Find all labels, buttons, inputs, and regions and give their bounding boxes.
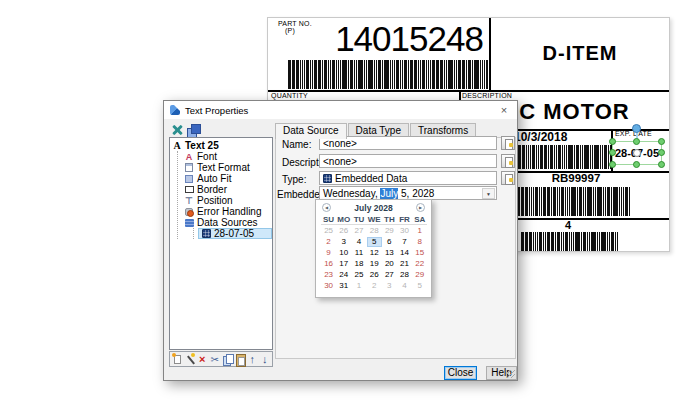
- count-barcode[interactable]: [521, 232, 618, 251]
- tree-item-data-sources[interactable]: Data Sources: [184, 217, 272, 228]
- expand-tree-icon[interactable]: [171, 124, 183, 136]
- tree-item-error-handling[interactable]: Error Handling: [184, 206, 272, 217]
- tree-item-data-source-28-07-05[interactable]: 28-07-05: [198, 228, 272, 239]
- calendar-day[interactable]: 4: [351, 237, 366, 247]
- resize-handle[interactable]: [633, 138, 640, 145]
- serial-text-object[interactable]: RB99997: [518, 172, 634, 184]
- description-input[interactable]: <none>: [319, 154, 497, 168]
- calendar-day[interactable]: 29: [382, 226, 397, 236]
- part-no-barcode[interactable]: [288, 60, 488, 89]
- calendar-day[interactable]: 26: [336, 226, 351, 236]
- wizard-button[interactable]: [185, 353, 196, 366]
- calendar-day[interactable]: 1: [412, 226, 427, 236]
- calendar-day[interactable]: 20: [382, 259, 397, 269]
- calendar-day-header: TU: [351, 215, 366, 225]
- embedded-data-combobox[interactable]: Wednesday, July 5, 2028 ▼: [319, 186, 497, 200]
- calendar-day[interactable]: 5: [367, 237, 382, 247]
- calendar-day[interactable]: 16: [321, 259, 336, 269]
- dialog-title-bar[interactable]: Text Properties ×: [164, 101, 517, 119]
- chevron-down-icon[interactable]: ▼: [482, 188, 495, 199]
- calendar-day[interactable]: 17: [336, 259, 351, 269]
- calendar-day[interactable]: 30: [397, 226, 412, 236]
- calendar-day[interactable]: 29: [412, 270, 427, 280]
- close-icon[interactable]: ×: [497, 103, 511, 117]
- type-options-button[interactable]: [501, 171, 515, 185]
- calendar-day[interactable]: 28: [397, 270, 412, 280]
- part-no-text-object[interactable]: 14015248: [328, 19, 490, 59]
- calendar-day[interactable]: 30: [321, 281, 336, 291]
- resize-handle[interactable]: [658, 161, 665, 168]
- calendar-day[interactable]: 4: [397, 281, 412, 291]
- tree-item-text-format[interactable]: Text Format: [184, 162, 272, 173]
- calendar-day[interactable]: 22: [412, 259, 427, 269]
- item-text-object[interactable]: D-ITEM: [490, 42, 670, 65]
- calendar-day[interactable]: 27: [382, 270, 397, 280]
- calendar-day[interactable]: 15: [412, 248, 427, 258]
- calendar-day[interactable]: 11: [351, 248, 366, 258]
- calendar-day[interactable]: 13: [382, 248, 397, 258]
- calendar-day[interactable]: 27: [351, 226, 366, 236]
- serial-barcode[interactable]: [517, 187, 631, 216]
- description-caption: DESCRIPTION: [462, 92, 512, 99]
- calendar-day[interactable]: 18: [351, 259, 366, 269]
- rotation-pin-handle[interactable]: [632, 124, 641, 133]
- tree-item-position[interactable]: ⊤ Position: [184, 195, 272, 206]
- tab-data-source[interactable]: Data Source: [275, 123, 347, 139]
- calendar-day[interactable]: 25: [321, 226, 336, 236]
- error-handling-icon: [185, 208, 193, 216]
- calendar-day[interactable]: 24: [336, 270, 351, 280]
- type-input[interactable]: Embedded Data: [319, 171, 497, 185]
- resize-handle[interactable]: [609, 138, 616, 145]
- paste-button[interactable]: [235, 353, 246, 366]
- name-options-button[interactable]: [501, 136, 515, 150]
- tree-item-border[interactable]: Border: [184, 184, 272, 195]
- calendar-day[interactable]: 6: [382, 237, 397, 247]
- calendar-day[interactable]: 21: [397, 259, 412, 269]
- calendar-day[interactable]: 1: [351, 281, 366, 291]
- new-data-source-button[interactable]: [172, 353, 183, 366]
- calendar-day[interactable]: 3: [382, 281, 397, 291]
- calendar-day-header: SA: [412, 215, 427, 225]
- tree-item-font[interactable]: A Font: [184, 151, 272, 162]
- count-text-object[interactable]: 4: [518, 219, 618, 231]
- calendar-day[interactable]: 23: [321, 270, 336, 280]
- move-down-button[interactable]: ↓: [260, 353, 271, 366]
- calendar-day[interactable]: 19: [367, 259, 382, 269]
- resize-handle[interactable]: [658, 138, 665, 145]
- calendar-day[interactable]: 25: [351, 270, 366, 280]
- resize-grip[interactable]: [507, 370, 515, 378]
- copy-button[interactable]: [222, 353, 233, 366]
- calendar-day[interactable]: 31: [336, 281, 351, 291]
- resize-handle[interactable]: [609, 149, 616, 156]
- layers-icon[interactable]: [187, 124, 199, 136]
- calendar-day[interactable]: 28: [367, 226, 382, 236]
- description-options-button[interactable]: [501, 154, 515, 168]
- calendar-next-icon[interactable]: ▶: [416, 203, 425, 212]
- delete-button[interactable]: ×: [197, 353, 208, 366]
- cut-button[interactable]: ✂: [210, 353, 221, 366]
- mfg-date-text-object[interactable]: 10/3/2018: [514, 130, 614, 144]
- move-up-button[interactable]: ↑: [247, 353, 258, 366]
- calendar-day[interactable]: 3: [336, 237, 351, 247]
- mfg-date-barcode[interactable]: [514, 145, 611, 169]
- calendar-day[interactable]: 2: [321, 237, 336, 247]
- calendar-day[interactable]: 5: [412, 281, 427, 291]
- exp-date-text-object-selected[interactable]: 28-07-05: [612, 141, 662, 165]
- resize-handle[interactable]: [658, 149, 665, 156]
- calendar-day[interactable]: 12: [367, 248, 382, 258]
- calendar-day[interactable]: 8: [412, 237, 427, 247]
- calendar-day[interactable]: 10: [336, 248, 351, 258]
- calendar-day[interactable]: 14: [397, 248, 412, 258]
- pivot-handle[interactable]: [633, 149, 641, 157]
- tree-item-text25[interactable]: A Text 25: [172, 140, 272, 151]
- tree-item-auto-fit[interactable]: Auto Fit: [184, 173, 272, 184]
- calendar-day[interactable]: 26: [367, 270, 382, 280]
- position-icon: ⊤: [184, 196, 194, 206]
- calendar-day[interactable]: 2: [367, 281, 382, 291]
- calendar-day[interactable]: 9: [321, 248, 336, 258]
- calendar-day[interactable]: 7: [397, 237, 412, 247]
- close-button[interactable]: Close: [444, 366, 477, 380]
- calendar-month-label[interactable]: July 2028: [316, 203, 431, 213]
- resize-handle[interactable]: [609, 161, 616, 168]
- resize-handle[interactable]: [633, 161, 640, 168]
